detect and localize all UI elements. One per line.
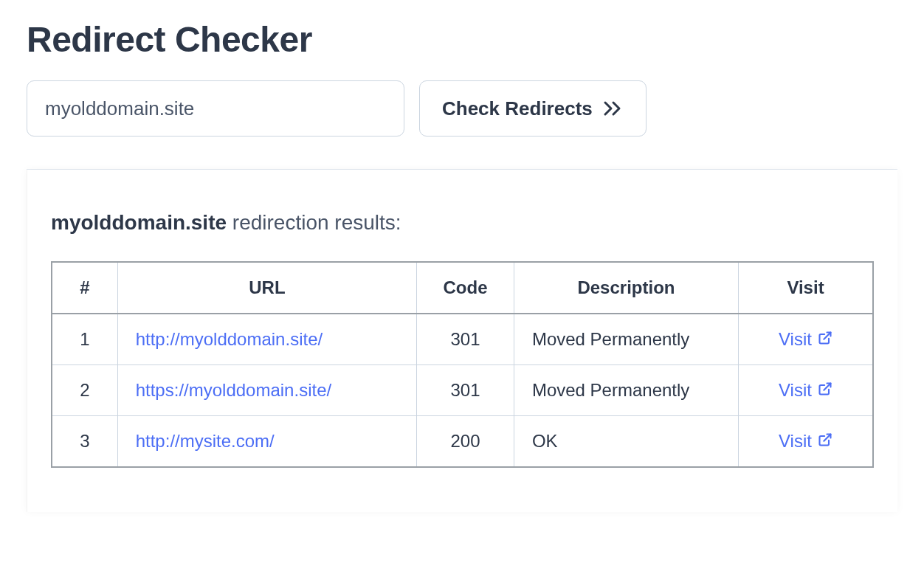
row-number: 2 <box>52 365 117 416</box>
results-table: # URL Code Description Visit 1 http://my… <box>51 261 874 468</box>
col-header-url: URL <box>117 262 416 314</box>
visit-link[interactable]: Visit <box>779 380 832 401</box>
external-link-icon <box>818 431 832 452</box>
results-heading: myolddomain.site redirection results: <box>51 211 874 235</box>
domain-input[interactable] <box>27 80 404 137</box>
external-link-icon <box>818 329 832 350</box>
check-redirects-button[interactable]: Check Redirects <box>419 80 647 137</box>
status-code: 301 <box>417 314 514 365</box>
row-number: 1 <box>52 314 117 365</box>
status-description: Moved Permanently <box>514 365 738 416</box>
table-row: 2 https://myolddomain.site/ 301 Moved Pe… <box>52 365 873 416</box>
redirect-url-link[interactable]: http://mysite.com/ <box>136 431 275 451</box>
section-divider: myolddomain.site redirection results: # … <box>27 169 897 512</box>
visit-link[interactable]: Visit <box>779 329 832 350</box>
table-row: 1 http://myolddomain.site/ 301 Moved Per… <box>52 314 873 365</box>
col-header-code: Code <box>417 262 514 314</box>
col-header-visit: Visit <box>739 262 874 314</box>
svg-line-1 <box>824 384 830 390</box>
results-table-body: 1 http://myolddomain.site/ 301 Moved Per… <box>52 314 873 467</box>
check-redirects-label: Check Redirects <box>442 97 593 120</box>
status-description: Moved Permanently <box>514 314 738 365</box>
col-header-description: Description <box>514 262 738 314</box>
controls-row: Check Redirects <box>27 80 897 137</box>
svg-line-2 <box>824 435 830 441</box>
results-heading-suffix: redirection results: <box>227 211 401 234</box>
svg-line-0 <box>824 333 830 339</box>
visit-label: Visit <box>779 431 812 452</box>
visit-label: Visit <box>779 380 812 401</box>
results-heading-domain: myolddomain.site <box>51 211 227 234</box>
status-code: 301 <box>417 365 514 416</box>
page-title: Redirect Checker <box>27 19 897 60</box>
results-card: myolddomain.site redirection results: # … <box>27 170 897 512</box>
status-description: OK <box>514 416 738 468</box>
table-row: 3 http://mysite.com/ 200 OK Visit <box>52 416 873 468</box>
col-header-num: # <box>52 262 117 314</box>
visit-link[interactable]: Visit <box>779 431 832 452</box>
table-header-row: # URL Code Description Visit <box>52 262 873 314</box>
status-code: 200 <box>417 416 514 468</box>
external-link-icon <box>818 380 832 401</box>
row-number: 3 <box>52 416 117 468</box>
redirect-url-link[interactable]: https://myolddomain.site/ <box>136 380 331 400</box>
redirect-url-link[interactable]: http://myolddomain.site/ <box>136 329 323 349</box>
visit-label: Visit <box>779 329 812 350</box>
double-chevron-right-icon <box>603 100 624 117</box>
